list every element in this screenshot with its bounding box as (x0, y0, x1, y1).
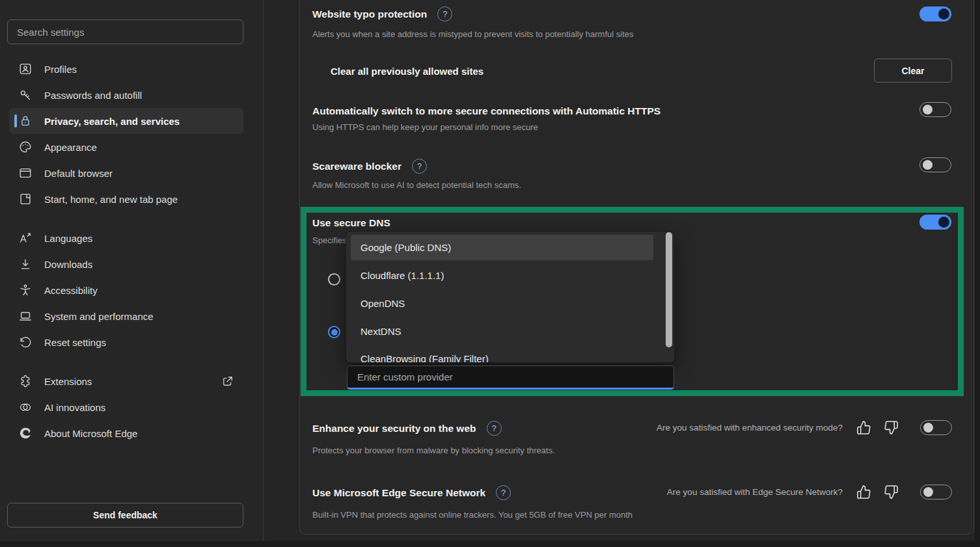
scareware-title: Scareware blocker (312, 159, 402, 174)
automatic-https-title: Automatically switch to more secure conn… (312, 104, 660, 118)
edge-logo-icon (18, 426, 33, 440)
sidebar-divider (263, 0, 264, 547)
sidebar-item-system-performance[interactable]: System and performance (9, 303, 243, 329)
sidebar-item-label: Downloads (44, 259, 92, 270)
secure-network-title-row: Use Microsoft Edge Secure Network ? (312, 485, 511, 500)
profiles-icon (18, 62, 33, 76)
secure-dns-title-row: Use secure DNS (312, 216, 390, 230)
dns-default-provider-radio[interactable] (328, 273, 340, 286)
dropdown-scrollbar-thumb[interactable] (666, 232, 672, 347)
automatic-https-toggle[interactable] (919, 102, 951, 117)
sidebar-item-label: Reset settings (44, 337, 106, 348)
reset-icon (18, 335, 33, 349)
window-bottom-edge (0, 541, 980, 547)
scareware-toggle[interactable] (919, 157, 951, 172)
secure-network-title: Use Microsoft Edge Secure Network (312, 486, 485, 500)
laptop-icon (18, 309, 33, 323)
accessibility-icon (18, 283, 33, 297)
external-link-icon (221, 375, 234, 388)
palette-icon (18, 140, 33, 154)
lock-icon (18, 114, 33, 128)
help-icon[interactable]: ? (412, 159, 427, 174)
dropdown-item-nextdns[interactable]: NextDNS (361, 325, 402, 338)
settings-sidebar: Profiles Passwords and autofill Privacy,… (0, 0, 263, 547)
sidebar-item-label: Accessibility (44, 285, 98, 296)
send-feedback-button[interactable]: Send feedback (7, 503, 243, 527)
sidebar-item-label: Extensions (44, 376, 92, 387)
sidebar-item-languages[interactable]: Languages (9, 225, 243, 251)
help-icon[interactable]: ? (487, 421, 502, 436)
sidebar-item-ai-innovations[interactable]: AI innovations (9, 394, 243, 420)
secure-network-toggle[interactable] (920, 485, 952, 500)
sidebar-item-downloads[interactable]: Downloads (9, 251, 243, 277)
sidebar-item-about-edge[interactable]: About Microsoft Edge (9, 420, 243, 446)
secure-network-description: Built-in VPN that protects against onlin… (312, 509, 633, 521)
sidebar-item-reset-settings[interactable]: Reset settings (9, 329, 243, 355)
window-right-edge (975, 0, 980, 547)
translate-icon (18, 231, 33, 245)
automatic-https-description: Using HTTPS can help keep your personal … (312, 122, 538, 133)
download-icon (18, 257, 33, 271)
dropdown-item-opendns[interactable]: OpenDNS (361, 297, 405, 310)
typo-protection-toggle[interactable] (919, 7, 951, 21)
dropdown-item-cloudflare[interactable]: Cloudflare (1.1.1.1) (361, 269, 444, 282)
help-icon[interactable]: ? (496, 485, 511, 500)
sidebar-item-profiles[interactable]: Profiles (9, 56, 243, 82)
sidebar-item-default-browser[interactable]: Default browser (9, 160, 243, 186)
settings-nav: Profiles Passwords and autofill Privacy,… (9, 56, 243, 446)
enhance-security-title-row: Enhance your security on the web ? (312, 421, 502, 436)
clear-button[interactable]: Clear (874, 59, 952, 83)
secure-network-feedback-question: Are you satisfied with Edge Secure Netwo… (667, 487, 843, 497)
typo-protection-description: Alerts you when a site address is mistyp… (312, 29, 634, 40)
dns-provider-dropdown: Google (Public DNS) Cloudflare (1.1.1.1)… (346, 232, 674, 362)
toggle-knob (923, 423, 933, 433)
thumbs-down-icon[interactable] (884, 485, 899, 500)
secure-dns-title: Use secure DNS (312, 216, 390, 230)
sidebar-item-label: Default browser (44, 168, 113, 179)
typo-protection-title: Website typo protection (312, 7, 427, 21)
sidebar-item-accessibility[interactable]: Accessibility (9, 277, 243, 303)
sidebar-item-label: Appearance (44, 142, 97, 153)
dns-choose-provider-radio[interactable] (328, 326, 340, 338)
key-icon (18, 88, 33, 102)
toggle-knob (923, 105, 932, 114)
custom-provider-input[interactable] (347, 366, 674, 390)
sidebar-item-appearance[interactable]: Appearance (9, 134, 243, 160)
dropdown-item-cleanbrowsing[interactable]: CleanBrowsing (Family Filter) (361, 353, 489, 362)
clear-allowed-sites-label: Clear all previously allowed sites (331, 66, 483, 77)
edge-settings-page: Profiles Passwords and autofill Privacy,… (0, 0, 980, 547)
search-input[interactable] (7, 20, 243, 44)
scareware-title-row: Scareware blocker ? (312, 159, 427, 174)
secure-network-controls: Are you satisfied with Edge Secure Netwo… (667, 483, 952, 500)
sidebar-item-label: About Microsoft Edge (44, 428, 137, 439)
toggle-knob (938, 8, 949, 20)
sidebar-item-label: Languages (44, 233, 92, 244)
enhance-security-toggle[interactable] (920, 420, 952, 435)
toggle-knob (923, 487, 933, 497)
sidebar-item-label: Passwords and autofill (44, 90, 142, 101)
secure-dns-toggle[interactable] (919, 215, 951, 230)
sidebar-item-label: System and performance (44, 311, 154, 322)
copilot-icon (18, 400, 33, 414)
scareware-description: Allow Microsoft to use AI to detect pote… (312, 180, 521, 191)
thumbs-up-icon[interactable] (856, 485, 871, 500)
enhance-security-description: Protects your browser from malware by bl… (312, 445, 555, 457)
sidebar-item-label: Start, home, and new tab page (44, 194, 178, 205)
dropdown-item-google[interactable]: Google (Public DNS) (361, 241, 451, 254)
help-icon[interactable]: ? (437, 7, 452, 21)
sidebar-item-extensions[interactable]: Extensions (9, 368, 243, 394)
enhance-security-feedback-question: Are you satisfied with enhanced security… (657, 423, 843, 433)
thumbs-up-icon[interactable] (856, 420, 871, 435)
enhance-security-controls: Are you satisfied with enhanced security… (657, 419, 952, 436)
sidebar-item-start-home[interactable]: Start, home, and new tab page (9, 186, 243, 212)
puzzle-icon (18, 374, 33, 388)
sidebar-item-label: Privacy, search, and services (44, 116, 180, 127)
sidebar-item-privacy[interactable]: Privacy, search, and services (9, 108, 243, 134)
enhance-security-title: Enhance your security on the web (312, 421, 476, 436)
automatic-https-title-row: Automatically switch to more secure conn… (312, 104, 660, 118)
sidebar-item-passwords[interactable]: Passwords and autofill (9, 82, 243, 108)
browser-icon (18, 166, 33, 180)
thumbs-down-icon[interactable] (884, 420, 899, 435)
typo-protection-title-row: Website typo protection ? (312, 7, 452, 21)
toggle-knob (923, 160, 932, 170)
